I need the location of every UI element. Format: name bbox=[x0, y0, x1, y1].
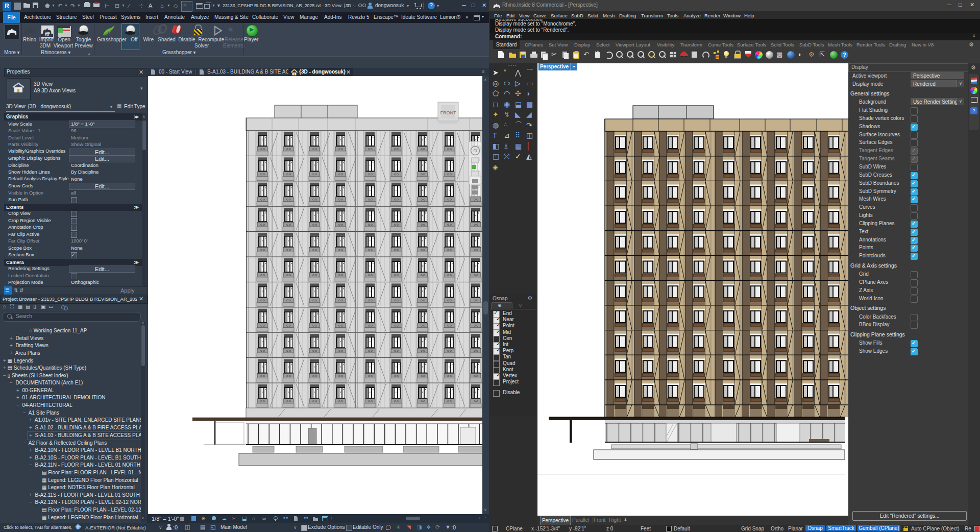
svg-text:FRONT: FRONT bbox=[440, 110, 456, 115]
